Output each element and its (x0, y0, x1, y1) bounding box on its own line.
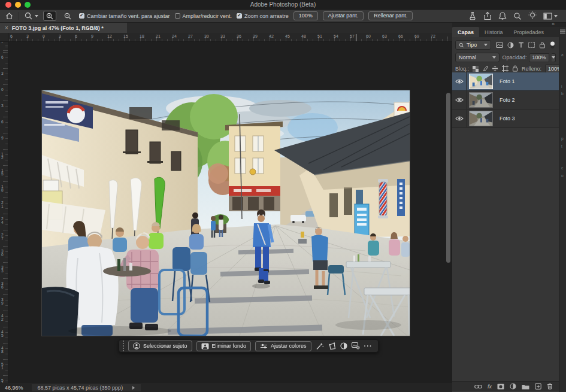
filter-toggle-switch[interactable] (549, 41, 556, 49)
blend-mode-row: Normal Opacidad: 100% (452, 52, 559, 63)
layer-effects-icon[interactable]: fx (488, 384, 492, 390)
layer-filter-row: Tipo (452, 38, 559, 51)
select-subject-label: Seleccionar sujeto (143, 344, 187, 349)
close-tab-icon[interactable]: × (5, 25, 8, 31)
fill-label: Relleno: (522, 66, 541, 72)
collapsed-dock-edge[interactable]: a i b p t c o (559, 27, 566, 392)
layer-thumbnail[interactable] (469, 111, 493, 126)
filter-smart-object-icon[interactable] (539, 42, 546, 48)
generative-wand-icon[interactable] (316, 342, 324, 350)
minimize-window-button[interactable] (15, 2, 21, 8)
beta-feedback-icon[interactable] (468, 11, 477, 20)
layer-thumbnail[interactable] (469, 74, 493, 89)
tab-propiedades[interactable]: Propiedades (509, 27, 550, 37)
tool-options-bar: Cambiar tamaño vent. para ajustar Amplia… (0, 10, 566, 23)
remove-background-button[interactable]: Eliminar fondo (196, 341, 252, 351)
status-bar: 46,96% 68,57 picas x 45,74 picas (350 pp… (0, 383, 452, 392)
layer-name[interactable]: Foto 1 (500, 78, 515, 84)
chevron-down-icon (484, 44, 488, 46)
panel-menu-icon[interactable] (560, 29, 565, 34)
checkbox-zoom-all-windows[interactable]: Ampliar/reducir vent. (175, 13, 232, 19)
zoom-in-button[interactable] (43, 11, 56, 21)
share-icon[interactable] (483, 11, 492, 20)
image-settings-icon[interactable] (352, 342, 360, 350)
checkbox-scrubby-zoom[interactable]: Zoom con arrastre (237, 13, 289, 19)
chevron-down-icon (492, 56, 496, 59)
filter-label: Tipo (467, 42, 477, 48)
layer-name[interactable]: Foto 2 (500, 97, 515, 103)
ruler-vertical[interactable]: 96303691 21 51 82 12 42 73 03 33 63 94 2… (0, 42, 8, 383)
workspace-switcher[interactable] (543, 13, 558, 20)
layer-name[interactable]: Foto 3 (500, 116, 515, 121)
notifications-bell-icon[interactable] (498, 11, 507, 20)
checkbox-resize-window-to-fit[interactable]: Cambiar tamaño vent. para ajustar (79, 13, 170, 19)
taskbar-more-options[interactable]: ··· (364, 342, 373, 350)
blend-mode-select[interactable]: Normal (455, 53, 500, 62)
photoshop-window: Adobe Photoshop (Beta) Cambiar tamaño ve… (0, 0, 566, 392)
filter-shape-layers-icon[interactable] (528, 42, 535, 48)
layer-row-foto-1[interactable]: Foto 1 (452, 72, 559, 91)
document-tab[interactable]: × FOTO 3.jpg al 47% (Foto 1, RGB/8) * (0, 23, 127, 33)
opacity-value[interactable]: 100% (529, 53, 549, 62)
lock-position-icon[interactable] (492, 65, 498, 72)
discover-lightbulb-icon[interactable] (528, 11, 537, 20)
close-window-button[interactable] (5, 2, 11, 8)
status-expander-icon[interactable] (132, 386, 135, 390)
chevron-down-icon (35, 15, 38, 17)
panel-tab-bar: Capas Historia Propiedades (452, 27, 559, 37)
contextual-task-bar[interactable]: Seleccionar sujeto Eliminar fondo Ajusta… (119, 339, 379, 353)
ruler-origin-corner[interactable] (0, 33, 8, 42)
ruler-horizontal[interactable]: 6303691215182124273033363942454851545760… (0, 33, 452, 42)
vertical-scrollbar[interactable] (446, 93, 450, 263)
delete-layer-trash-icon[interactable] (547, 383, 553, 390)
visibility-eye-icon[interactable] (452, 110, 467, 128)
visibility-eye-icon[interactable] (452, 91, 467, 110)
search-icon (459, 42, 464, 48)
filter-pixel-layers-icon[interactable] (496, 42, 503, 48)
chevron-down-icon (554, 15, 558, 17)
add-layer-mask-icon[interactable] (497, 384, 504, 390)
taskbar-drag-handle-icon[interactable] (123, 341, 124, 351)
blend-mode-value: Normal (459, 54, 476, 60)
lock-pixels-brush-icon[interactable] (482, 65, 488, 72)
tab-historia[interactable]: Historia (479, 27, 509, 37)
zoom-100-button[interactable]: 100% (293, 11, 318, 20)
select-subject-button[interactable]: Seleccionar sujeto (128, 341, 192, 351)
zoom-tool-selector[interactable] (24, 11, 38, 20)
layer-thumbnail[interactable] (469, 92, 493, 108)
fit-screen-button[interactable]: Ajustar pant. (323, 11, 364, 20)
canvas-photo[interactable] (42, 90, 410, 336)
new-adjustment-layer-icon[interactable] (510, 383, 516, 390)
visibility-eye-icon[interactable] (452, 72, 467, 91)
new-layer-icon[interactable] (535, 383, 541, 390)
search-icon[interactable] (513, 12, 522, 20)
remove-background-label: Eliminar fondo (212, 344, 247, 349)
link-layers-icon[interactable] (474, 384, 482, 389)
document-tab-title: FOTO 3.jpg al 47% (Foto 1, RGB/8) * (12, 25, 104, 31)
transform-icon[interactable] (328, 342, 336, 350)
zoom-out-button[interactable] (61, 11, 74, 21)
tab-capas[interactable]: Capas (452, 27, 479, 37)
filter-adjustment-layers-icon[interactable] (507, 42, 514, 48)
status-zoom-level[interactable]: 46,96% (5, 385, 23, 391)
layer-row-foto-2[interactable]: Foto 2 (452, 91, 559, 110)
fill-screen-button[interactable]: Rellenar pant. (368, 11, 413, 20)
lock-artboard-icon[interactable] (502, 65, 509, 72)
lock-transparency-icon[interactable] (473, 66, 479, 72)
opacity-dropdown-button[interactable] (552, 53, 556, 62)
layer-filter-dropdown[interactable]: Tipo (455, 40, 491, 50)
layers-list: Foto 1 Foto 2 Foto 3 (452, 72, 559, 128)
filter-type-layers-icon[interactable] (518, 42, 524, 48)
adjustments-icon[interactable] (340, 342, 347, 350)
home-icon[interactable] (5, 11, 14, 20)
window-title: Adobe Photoshop (Beta) (0, 1, 566, 8)
document-tab-strip: × FOTO 3.jpg al 47% (Foto 1, RGB/8) * (0, 23, 452, 33)
new-group-folder-icon[interactable] (522, 384, 529, 390)
adjust-colors-button[interactable]: Ajustar colores (255, 341, 311, 351)
lock-all-icon[interactable] (512, 65, 518, 72)
status-document-size[interactable]: 68,57 picas x 45,74 picas (350 ppp) (32, 384, 141, 391)
zoom-window-button[interactable] (25, 2, 31, 8)
layer-row-foto-3[interactable]: Foto 3 (452, 110, 559, 128)
lock-label: Bloq.: (455, 66, 469, 72)
collapse-panels-icon[interactable]: » (552, 21, 554, 27)
